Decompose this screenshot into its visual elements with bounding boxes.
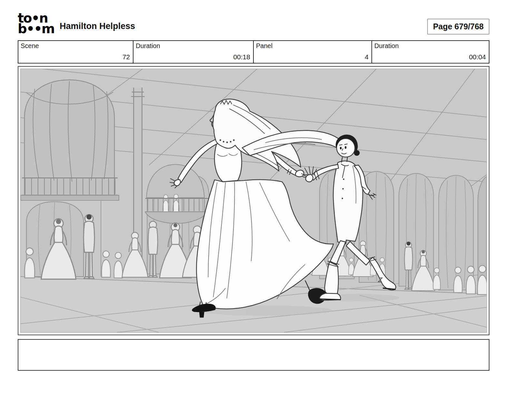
storyboard-image bbox=[20, 69, 487, 333]
toonboom-logo-line2: b••m bbox=[18, 24, 54, 34]
storyboard-page: to•n b••m Hamilton Helpless Page 679/768… bbox=[0, 0, 532, 411]
meta-value: 4 bbox=[256, 53, 369, 61]
storyboard-drawing bbox=[21, 69, 487, 332]
meta-label: Panel bbox=[256, 42, 369, 50]
caption-box bbox=[18, 339, 489, 371]
meta-label: Duration bbox=[136, 42, 250, 50]
meta-cell-scene: Scene 72 bbox=[18, 41, 133, 63]
storyboard-panel bbox=[18, 66, 489, 335]
panel-metadata-table: Scene 72 Duration 00:18 Panel 4 Duration… bbox=[18, 40, 489, 64]
meta-cell-panel-duration: Duration 00:04 bbox=[372, 41, 489, 63]
meta-value: 00:04 bbox=[374, 53, 486, 61]
meta-cell-scene-duration: Duration 00:18 bbox=[133, 41, 254, 63]
meta-label: Scene bbox=[21, 42, 130, 50]
page-header: to•n b••m Hamilton Helpless Page 679/768 bbox=[18, 13, 489, 39]
meta-value: 00:18 bbox=[136, 53, 250, 61]
page-number-badge: Page 679/768 bbox=[427, 19, 489, 34]
meta-value: 72 bbox=[21, 53, 130, 61]
project-title: Hamilton Helpless bbox=[60, 21, 135, 31]
meta-label: Duration bbox=[374, 42, 486, 50]
meta-cell-panel: Panel 4 bbox=[254, 41, 372, 63]
toonboom-logo: to•n b••m bbox=[18, 13, 54, 34]
